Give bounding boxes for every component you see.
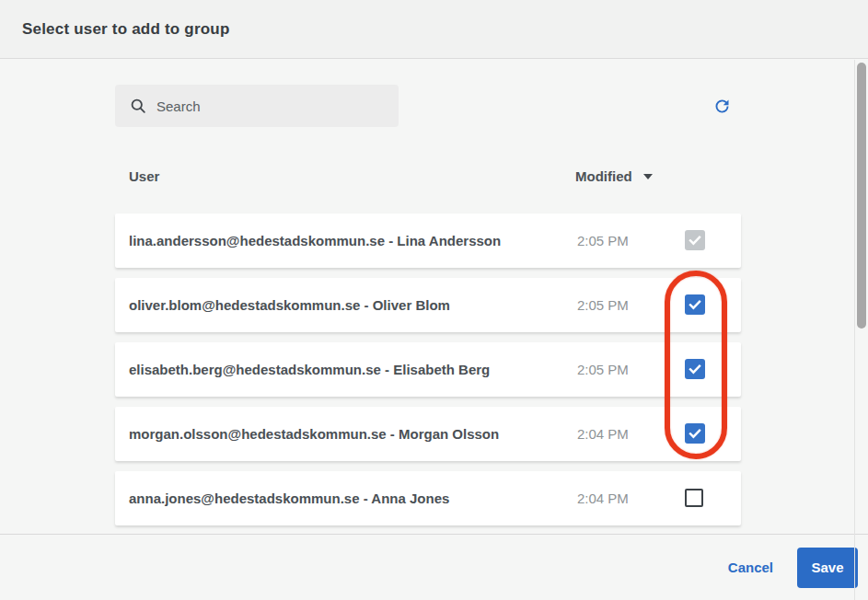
table-row[interactable]: anna.jones@hedestadskommun.se - Anna Jon… xyxy=(115,471,741,525)
refresh-button[interactable] xyxy=(709,93,735,119)
search-icon xyxy=(129,97,147,115)
table-column-header: User Modified xyxy=(115,168,741,190)
dialog-header: Select user to add to group xyxy=(0,0,868,59)
dialog-footer: Cancel Save xyxy=(0,534,868,600)
table-row[interactable]: morgan.olsson@hedestadskommun.se - Morga… xyxy=(115,407,741,461)
user-cell: morgan.olsson@hedestadskommun.se - Morga… xyxy=(129,407,499,461)
user-cell: elisabeth.berg@hedestadskommun.se - Elis… xyxy=(129,342,490,397)
sort-descending-icon xyxy=(643,174,653,179)
cancel-button[interactable]: Cancel xyxy=(728,560,773,575)
row-checkbox[interactable] xyxy=(685,489,703,507)
table-row[interactable]: elisabeth.berg@hedestadskommun.se - Elis… xyxy=(115,342,741,397)
column-modified-label: Modified xyxy=(575,168,632,184)
scroll-track-edge xyxy=(854,60,855,600)
modified-cell: 2:05 PM xyxy=(577,342,629,397)
modified-cell: 2:04 PM xyxy=(577,471,629,525)
modified-cell: 2:04 PM xyxy=(577,407,629,461)
user-cell: anna.jones@hedestadskommun.se - Anna Jon… xyxy=(129,471,449,525)
refresh-icon xyxy=(712,97,732,116)
vertical-scrollbar-thumb[interactable] xyxy=(857,63,866,329)
table-row[interactable]: oliver.blom@hedestadskommun.se - Oliver … xyxy=(115,278,741,332)
table-row[interactable]: lina.andersson@hedestadskommun.se - Lina… xyxy=(115,213,741,268)
dialog-title: Select user to add to group xyxy=(22,20,229,39)
search-input[interactable] xyxy=(156,98,377,114)
dialog-body: User Modified lina.andersson@hedestadsko… xyxy=(0,60,868,533)
user-list: lina.andersson@hedestadskommun.se - Lina… xyxy=(115,213,741,536)
row-checkbox[interactable] xyxy=(685,423,705,444)
save-button[interactable]: Save xyxy=(797,548,858,588)
modified-cell: 2:05 PM xyxy=(577,278,629,332)
row-checkbox[interactable] xyxy=(685,230,705,250)
select-user-dialog: Select user to add to group User Modifie… xyxy=(0,0,868,600)
row-checkbox[interactable] xyxy=(685,359,705,379)
search-box[interactable] xyxy=(115,85,399,127)
column-modified-sort[interactable]: Modified xyxy=(575,168,653,184)
user-cell: oliver.blom@hedestadskommun.se - Oliver … xyxy=(129,278,450,332)
column-user: User xyxy=(129,168,159,184)
modified-cell: 2:05 PM xyxy=(577,213,629,268)
user-cell: lina.andersson@hedestadskommun.se - Lina… xyxy=(129,213,501,268)
row-checkbox[interactable] xyxy=(685,294,705,315)
